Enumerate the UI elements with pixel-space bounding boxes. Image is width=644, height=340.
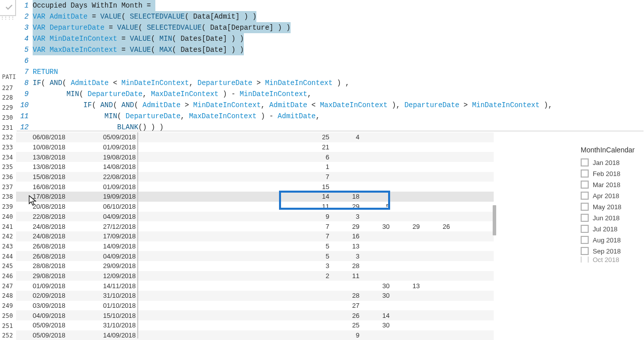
table-row[interactable]: 13/08/201819/08/20186 <box>16 152 494 162</box>
code-line[interactable]: 11 MIN( DepartureDate, MaxDateInContext … <box>17 111 643 122</box>
data-table[interactable]: 06/08/201805/09/201825410/08/201801/09/2… <box>16 132 494 340</box>
code-token: VALUE <box>117 22 138 33</box>
value-col-4: 13 <box>390 282 420 290</box>
checkbox-icon[interactable] <box>581 203 589 211</box>
slicer-label: Mar 2018 <box>593 181 620 189</box>
table-row[interactable]: 24/08/201827/12/2018729302926 <box>16 221 494 231</box>
table-row[interactable]: 26/08/201814/09/2018513 <box>16 241 494 251</box>
code-token: ( <box>41 77 50 89</box>
table-row[interactable]: 20/08/201806/10/201811295 <box>16 202 494 212</box>
month-slicer[interactable]: MonthInCalendar Jan 2018Feb 2018Mar 2018… <box>581 146 641 263</box>
table-row[interactable]: 04/09/201815/10/20182614 <box>16 310 494 320</box>
value-col-1: 2 <box>299 272 329 280</box>
table-row[interactable]: 01/09/201814/11/20183013 <box>16 281 494 291</box>
checkbox-icon[interactable] <box>581 169 589 178</box>
line-number: 7 <box>17 66 29 77</box>
code-token: MinDateInContext <box>472 100 539 111</box>
checkbox-icon[interactable] <box>581 257 589 263</box>
table-row[interactable]: 02/09/201831/10/20182830 <box>16 291 494 301</box>
line-number: 8 <box>17 77 29 89</box>
slicer-item[interactable]: Feb 2018 <box>581 168 641 179</box>
code-line[interactable]: 2VAR AdmitDate = VALUE( SELECTEDVALUE( D… <box>17 11 643 22</box>
row-id: 234 <box>2 153 16 163</box>
checkbox-icon[interactable] <box>581 225 589 233</box>
line-number: 11 <box>17 111 29 122</box>
departure-date: 31/10/2018 <box>103 321 173 329</box>
value-col-1: 25 <box>299 133 329 141</box>
code-token: IF <box>83 100 92 111</box>
scrollbar-thumb[interactable] <box>493 205 496 235</box>
drag-handle[interactable]: ⋮⋮⋮⋮ <box>0 15 15 19</box>
slicer-label: Apr 2018 <box>593 192 619 200</box>
value-col-2: 25 <box>329 321 359 329</box>
code-line[interactable]: 9 MIN( DepartureDate, MaxDateInContext )… <box>17 89 643 100</box>
slicer-item[interactable]: Jan 2018 <box>581 157 641 168</box>
checkbox-icon[interactable] <box>581 192 589 200</box>
code-token: VAR <box>33 11 45 22</box>
table-row[interactable]: 16/08/201801/09/201815 <box>16 182 494 192</box>
checkbox-icon[interactable] <box>581 236 589 244</box>
admit-date: 26/08/2018 <box>18 252 103 260</box>
code-token: IF <box>33 77 41 89</box>
formula-bar[interactable]: 1Occupied Days WithIn Month = 2VAR Admit… <box>17 0 643 131</box>
slicer-item[interactable]: Jun 2018 <box>581 212 641 223</box>
checkbox-icon[interactable] <box>581 214 589 222</box>
code-line[interactable]: 10 IF( AND( AND( AdmitDate > MinDateInCo… <box>17 100 643 111</box>
table-row[interactable]: 24/08/201817/09/2018716 <box>16 231 494 241</box>
value-col-2: 29 <box>329 223 359 230</box>
code-token: ( <box>185 11 194 22</box>
slicer-item[interactable]: Sep 2018 <box>581 245 641 257</box>
table-row[interactable]: 28/08/201829/09/2018328 <box>16 261 494 271</box>
code-token <box>45 22 49 33</box>
code-token: ( <box>138 22 147 33</box>
admit-date: 13/08/2018 <box>18 153 103 161</box>
code-token: AdmitDate <box>269 100 308 111</box>
code-line[interactable]: 6 <box>17 55 643 66</box>
code-line[interactable]: 5VAR MaxDateInContext = VALUE( MAX( Date… <box>17 44 643 55</box>
slicer-item[interactable]: Jul 2018 <box>581 223 641 234</box>
row-id: 233 <box>2 143 16 153</box>
table-row[interactable]: 26/08/201804/09/201853 <box>16 251 494 261</box>
code-line[interactable]: 8IF( AND( AdmitDate < MinDateInContext, … <box>17 77 643 89</box>
checkbox-icon[interactable] <box>581 247 589 255</box>
table-row[interactable]: 05/09/201831/10/20182530 <box>16 320 494 330</box>
slicer-item[interactable]: Apr 2018 <box>581 190 641 201</box>
code-line[interactable]: 4VAR MinDateInContext = VALUE( MIN( Date… <box>17 33 643 44</box>
slicer-item[interactable]: May 2018 <box>581 201 641 212</box>
code-token: ) - <box>219 89 240 100</box>
row-id: 245 <box>2 262 16 272</box>
code-token: RETURN <box>33 66 58 77</box>
code-token: AND <box>121 100 134 111</box>
code-token: < <box>307 100 320 111</box>
slicer-item[interactable]: Mar 2018 <box>581 179 641 190</box>
value-col-2: 28 <box>329 292 359 299</box>
value-col-1: 14 <box>299 193 329 200</box>
code-line[interactable]: 12 BLANK() ) ) <box>17 122 643 133</box>
departure-date: 19/09/2018 <box>103 193 173 200</box>
table-row[interactable]: 15/08/201822/08/20187 <box>16 172 494 182</box>
table-row[interactable]: 22/08/201804/09/201893 <box>16 212 494 222</box>
table-row[interactable]: 05/09/201814/09/20189 <box>16 330 494 340</box>
code-token: SELECTEDVALUE <box>147 22 202 33</box>
code-line[interactable]: 1Occupied Days WithIn Month = <box>17 0 643 11</box>
value-col-3: 5 <box>359 203 390 210</box>
admit-date: 05/09/2018 <box>18 331 103 339</box>
checkbox-icon[interactable] <box>581 158 589 166</box>
code-token: MinDateInContext <box>265 77 332 89</box>
code-line[interactable]: 3VAR DepartureDate = VALUE( SELECTEDVALU… <box>17 22 643 33</box>
table-row[interactable]: 03/09/201801/10/201827 <box>16 301 494 311</box>
table-row[interactable]: 29/08/201812/09/2018211 <box>16 271 494 281</box>
code-token: AdmitDate <box>71 77 109 89</box>
checkbox-icon[interactable] <box>581 181 589 189</box>
code-token: > <box>252 77 265 89</box>
slicer-item[interactable]: Oct 2018 <box>581 257 641 263</box>
table-row[interactable]: 17/08/201819/09/20181418 <box>16 192 494 202</box>
departure-date: 14/09/2018 <box>103 331 173 339</box>
table-row[interactable]: 10/08/201801/09/201821 <box>16 142 494 152</box>
slicer-item[interactable]: Aug 2018 <box>581 234 641 245</box>
table-row[interactable]: 13/08/201814/08/20181 <box>16 162 494 172</box>
line-number: 4 <box>17 33 29 44</box>
code-token: VAR <box>33 44 45 55</box>
code-line[interactable]: 7RETURN <box>17 66 643 77</box>
table-row[interactable]: 06/08/201805/09/2018254 <box>16 132 494 142</box>
